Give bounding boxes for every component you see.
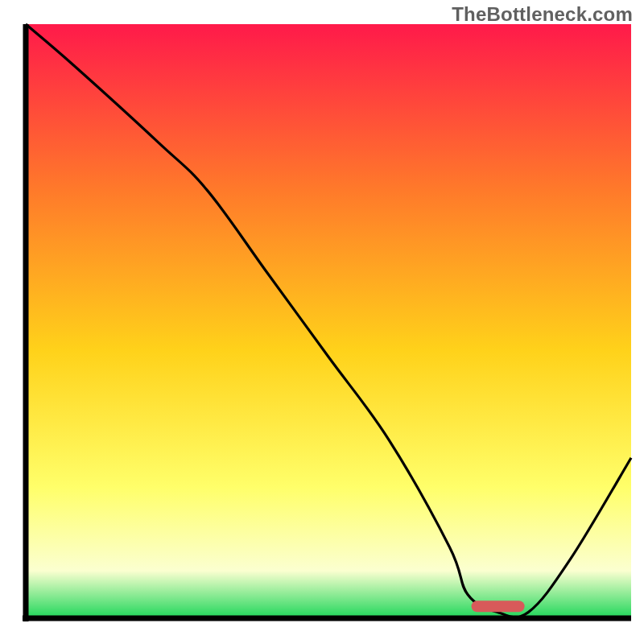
bottleneck-chart	[0, 0, 644, 644]
gradient-background	[26, 24, 631, 618]
optimal-marker	[472, 601, 525, 612]
plot-area	[23, 24, 631, 621]
chart-container: TheBottleneck.com	[0, 0, 644, 644]
